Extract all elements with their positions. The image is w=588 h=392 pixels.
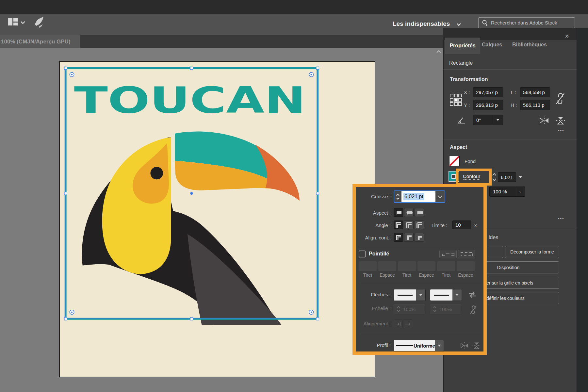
document-tab-title: 100% (CMJN/Aperçu GPU) xyxy=(1,39,71,45)
corner-label: Angle : xyxy=(375,222,391,228)
arrowhead-start-select[interactable] xyxy=(394,289,426,301)
workspace-label[interactable]: Les indispensables xyxy=(393,20,455,27)
weight-label: Graisse : xyxy=(371,194,391,199)
collapse-panels-icon[interactable]: » xyxy=(565,32,569,40)
aspect-more-options[interactable]: ••• xyxy=(558,216,564,221)
fill-none-swatch[interactable] xyxy=(449,156,460,166)
align-inside-button[interactable] xyxy=(404,233,414,242)
expand-shape-button[interactable]: Décomposer la forme xyxy=(505,246,559,258)
dash-field-label: Tiret xyxy=(437,272,455,278)
gap-field[interactable] xyxy=(378,261,396,271)
cap-projecting-button[interactable] xyxy=(415,208,424,217)
width-profile-select[interactable]: Uniforme xyxy=(394,340,444,351)
reference-point-icon[interactable] xyxy=(450,94,462,106)
h-field[interactable]: 566,113 p xyxy=(520,100,550,110)
align-center-button[interactable] xyxy=(394,233,403,242)
dash-field-label: Tiret xyxy=(398,272,416,278)
aspect-header: Aspect xyxy=(450,144,467,150)
tab-bibliotheques[interactable]: Bibliothèques xyxy=(512,42,547,48)
chevron-down-icon xyxy=(435,340,444,351)
arrow-align-row: Alignement : xyxy=(356,319,483,329)
dash-gap-fields: Tiret Espace Tiret Espace Tiret Espace xyxy=(359,261,481,278)
weight-stepper[interactable] xyxy=(394,191,401,202)
x-field[interactable]: 297,057 p xyxy=(473,87,503,97)
scale-end-field[interactable]: 100% xyxy=(430,304,461,314)
popup-divider xyxy=(358,247,481,247)
gap-field[interactable] xyxy=(457,261,475,271)
stroke-weight-field[interactable]: 6,021 xyxy=(498,172,516,182)
contour-highlight-callout xyxy=(456,169,492,186)
miter-field[interactable]: 10 xyxy=(452,220,471,229)
dash-preserve-button[interactable] xyxy=(439,250,457,258)
join-miter-button[interactable] xyxy=(394,220,403,229)
search-placeholder: Rechercher dans Adobe Stock xyxy=(491,20,557,25)
flip-horizontal-icon[interactable] xyxy=(539,116,549,125)
object-type-label: Rectangle xyxy=(449,60,473,66)
chevron-down-icon[interactable] xyxy=(456,23,461,26)
tab-calques[interactable]: Calques xyxy=(482,42,502,48)
stock-search-box[interactable]: Rechercher dans Adobe Stock xyxy=(478,17,575,28)
weight-dropdown[interactable] xyxy=(435,191,445,202)
dashed-checkbox[interactable] xyxy=(359,251,366,257)
stroke-weight-dropdown[interactable] xyxy=(516,172,524,182)
chevron-down-icon xyxy=(493,119,503,121)
tab-proprietes-label: Propriétés xyxy=(449,43,475,49)
scale-label: Echelle : xyxy=(372,305,391,311)
arrow-align-extend-button[interactable] xyxy=(403,319,412,328)
align-outside-button[interactable] xyxy=(415,233,424,242)
popup-divider xyxy=(358,283,481,283)
cap-butt-button[interactable] xyxy=(394,208,403,217)
selection-center-point xyxy=(190,192,193,195)
scale-start-field[interactable]: 100% xyxy=(394,304,425,314)
y-field[interactable]: 296,913 p xyxy=(473,100,503,110)
popup-divider xyxy=(358,334,481,334)
opacity-field[interactable]: 100 % › xyxy=(489,187,525,197)
section-divider xyxy=(444,139,577,139)
section-divider xyxy=(444,69,577,70)
w-field[interactable]: 568,558 p xyxy=(520,87,550,97)
stroke-weight-stepper[interactable] xyxy=(492,172,497,182)
arrowhead-end-select[interactable] xyxy=(430,289,462,301)
cap-round-button[interactable] xyxy=(404,208,414,217)
toucan-wing-gray xyxy=(188,234,281,325)
join-bevel-button[interactable] xyxy=(415,220,424,229)
chevron-down-icon xyxy=(416,289,425,301)
poster-title: TOUCAN xyxy=(74,79,306,122)
tab-proprietes[interactable]: Propriétés xyxy=(445,38,480,54)
gap-field[interactable] xyxy=(417,261,435,271)
arrow-align-tip-button[interactable] xyxy=(394,319,403,328)
dashed-label[interactable]: Pointillé xyxy=(369,251,389,257)
quick-actions-header-fragment: ides xyxy=(489,235,498,240)
profile-flip-along-icon xyxy=(472,342,482,350)
dash-field[interactable] xyxy=(437,261,455,271)
swap-arrowheads-icon[interactable] xyxy=(468,291,477,299)
link-dimensions-icon[interactable] xyxy=(555,92,565,105)
dash-field[interactable] xyxy=(359,261,377,271)
dash-field[interactable] xyxy=(398,261,416,271)
dash-field-label: Tiret xyxy=(359,272,377,278)
angle-select[interactable]: 0° xyxy=(473,115,503,125)
flip-vertical-icon[interactable] xyxy=(555,116,566,125)
tab-calques-label: Calques xyxy=(482,42,502,47)
link-scale-icon[interactable] xyxy=(469,305,477,315)
rocket-icon[interactable] xyxy=(34,17,44,28)
arrows-label: Flèches : xyxy=(371,292,391,297)
artboard[interactable]: TOUCAN xyxy=(60,62,375,377)
toucan-eye xyxy=(150,167,163,179)
tab-bibliotheques-label: Bibliothèques xyxy=(512,42,547,47)
transform-more-options[interactable]: ••• xyxy=(558,128,564,133)
gap-field-label: Espace xyxy=(457,272,475,278)
document-tab[interactable]: 100% (CMJN/Aperçu GPU) xyxy=(0,35,80,48)
weight-input[interactable]: 6,021 pt xyxy=(394,190,445,203)
scale-row: Echelle : 100% 100% xyxy=(356,304,483,315)
os-top-strip xyxy=(0,0,588,14)
workspace-switcher-icon[interactable] xyxy=(8,18,18,25)
chevron-down-icon[interactable] xyxy=(20,21,25,24)
dash-align-button[interactable] xyxy=(458,250,475,258)
weight-value[interactable]: 6,021 pt xyxy=(403,193,424,200)
join-round-button[interactable] xyxy=(404,220,414,229)
fill-label[interactable]: Fond xyxy=(465,158,476,164)
align-stroke-label: Align. cont.: xyxy=(365,235,391,240)
scroll-up-icon[interactable] xyxy=(436,50,442,54)
cap-label: Aspect : xyxy=(373,210,391,216)
